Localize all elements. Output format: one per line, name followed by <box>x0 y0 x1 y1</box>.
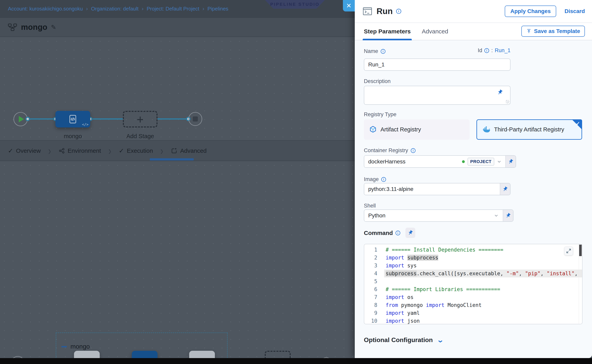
active-tab-underline <box>150 158 194 161</box>
pipeline-studio-app: Account: kurosakiichigo.songoku › Organi… <box>0 0 592 364</box>
tab-overview[interactable]: ✓ Overview <box>8 147 41 155</box>
pipeline-graph-icon <box>8 23 17 31</box>
shell-select[interactable]: Python <box>364 209 513 222</box>
scope-badge: PROJECT <box>468 158 494 166</box>
stage-graph-canvas[interactable]: </> mongo + Add Stage <box>0 37 355 140</box>
chevron-right-icon: › <box>48 144 51 157</box>
code-line: 10import json <box>364 317 582 324</box>
save-as-template-button[interactable]: Save as Template <box>521 26 585 37</box>
info-icon[interactable] <box>410 148 416 153</box>
execution-graph-canvas[interactable]: mongo </> GitClone_1 <box>0 161 355 358</box>
expand-editor-button[interactable] <box>564 247 573 255</box>
shell-value: Python <box>368 212 385 219</box>
breadcrumb-project[interactable]: Project: Default Project <box>147 6 199 12</box>
editor-scrollbar-thumb[interactable] <box>579 245 582 256</box>
optional-configuration-label: Optional Configuration <box>364 336 433 344</box>
code-line: 4subprocess.check_call([sys.executable, … <box>364 270 582 277</box>
step-config-panel: Run Apply Changes Discard Step Parameter… <box>355 0 592 358</box>
image-label: Image <box>364 176 386 182</box>
id-separator: : <box>491 47 493 53</box>
environment-icon <box>59 148 65 154</box>
command-label: Command <box>364 230 400 236</box>
add-stage-label: Add Stage <box>123 133 157 140</box>
info-icon[interactable] <box>395 230 400 235</box>
docker-icon <box>482 126 491 133</box>
code-lines: 1# ====== Install Dependencies ========2… <box>364 244 582 324</box>
pipeline-title: mongo <box>21 23 47 32</box>
optional-configuration-toggle[interactable]: Optional Configuration ⌄ <box>364 336 443 344</box>
info-icon[interactable] <box>484 48 489 53</box>
info-icon[interactable] <box>381 177 386 182</box>
pin-toggle-button[interactable] <box>503 210 513 221</box>
tab-advanced-panel[interactable]: Advanced <box>422 28 448 35</box>
pipeline-studio-badge: PIPELINE STUDIO <box>265 0 325 9</box>
resize-handle[interactable] <box>506 100 509 104</box>
breadcrumb-organization[interactable]: Organization: default <box>91 6 139 12</box>
stage-code-badge: </> <box>82 122 88 126</box>
run-step-icon <box>363 7 372 15</box>
description-label: Description <box>364 78 390 84</box>
chevron-right-icon: › <box>108 144 111 157</box>
breadcrumb-separator: › <box>142 6 143 12</box>
tab-execution-label: Execution <box>127 147 153 154</box>
collapse-group-icon[interactable] <box>61 346 67 347</box>
tab-execution[interactable]: ✓ Execution <box>119 147 153 155</box>
apply-changes-button[interactable]: Apply Changes <box>505 6 556 17</box>
step-group-label: mongo <box>70 343 90 350</box>
pipeline-end-node <box>188 112 202 126</box>
tab-environment[interactable]: Environment <box>59 147 101 154</box>
edit-pipeline-name-icon[interactable]: ✎ <box>51 24 56 31</box>
container-registry-field[interactable]: dockerHarness PROJECT <box>364 155 516 168</box>
step-id-row: Id : Run_1 <box>478 47 511 53</box>
pin-toggle-button[interactable] <box>500 183 510 195</box>
code-line: 2import subprocess <box>364 254 582 262</box>
code-line: 9import yaml <box>364 309 582 317</box>
code-line: 8from pymongo import MongoClient <box>364 301 582 309</box>
code-line: 7import os <box>364 293 582 301</box>
selected-check-icon: ✓ <box>576 121 580 126</box>
plus-icon: + <box>136 112 144 126</box>
registry-option-artifact[interactable]: Artifact Registry <box>364 119 470 140</box>
description-textarea[interactable] <box>364 86 511 105</box>
panel-active-tab-underline <box>363 39 412 40</box>
info-icon[interactable] <box>396 8 402 14</box>
tab-step-parameters[interactable]: Step Parameters <box>364 28 411 35</box>
pin-toggle-button[interactable] <box>505 156 516 167</box>
pin-icon[interactable] <box>497 89 503 95</box>
breadcrumb-separator: › <box>86 6 88 12</box>
chevron-down-icon[interactable] <box>497 159 502 164</box>
id-value[interactable]: Run_1 <box>495 47 511 53</box>
chevron-right-icon: › <box>161 144 163 157</box>
tab-environment-label: Environment <box>68 147 101 154</box>
stage-label: mongo <box>55 133 90 140</box>
check-icon: ✓ <box>119 147 124 155</box>
close-panel-button[interactable]: ✕ <box>343 0 355 12</box>
id-label: Id <box>478 47 482 53</box>
pin-toggle-button[interactable] <box>405 228 415 238</box>
name-input[interactable] <box>364 58 511 71</box>
code-line: 5 <box>364 277 582 285</box>
stop-icon <box>193 116 198 122</box>
code-line: 3import sys <box>364 262 582 270</box>
chevron-down-icon: ⌄ <box>437 336 444 344</box>
info-icon[interactable] <box>381 49 386 54</box>
code-line: 1# ====== Install Dependencies ======== <box>364 246 582 254</box>
command-editor[interactable]: 1# ====== Install Dependencies ========2… <box>364 244 583 324</box>
chevron-down-icon[interactable] <box>494 213 499 218</box>
panel-title: Run <box>377 6 393 16</box>
registry-option-label: Third-Party Artifact Registry <box>494 126 564 133</box>
breadcrumb-pipelines[interactable]: Pipelines <box>207 6 228 12</box>
image-field[interactable]: python:3.11-alpine <box>364 183 511 195</box>
registry-type-label: Registry Type <box>364 111 397 117</box>
discard-button[interactable]: Discard <box>565 8 585 14</box>
breadcrumb-account[interactable]: Account: kurosakiichigo.songoku <box>8 6 83 12</box>
stage-node-mongo[interactable]: </> <box>55 111 90 127</box>
shell-label: Shell <box>364 203 376 209</box>
close-icon: ✕ <box>346 2 352 9</box>
image-value: python:3.11-alpine <box>368 186 413 192</box>
editor-scrollbar[interactable] <box>579 244 582 324</box>
registry-option-label: Artifact Registry <box>381 126 421 133</box>
registry-option-third-party[interactable]: Third-Party Artifact Registry ✓ <box>477 119 582 140</box>
add-stage-button[interactable]: + <box>123 111 157 127</box>
tab-advanced[interactable]: Advanced <box>171 147 207 154</box>
